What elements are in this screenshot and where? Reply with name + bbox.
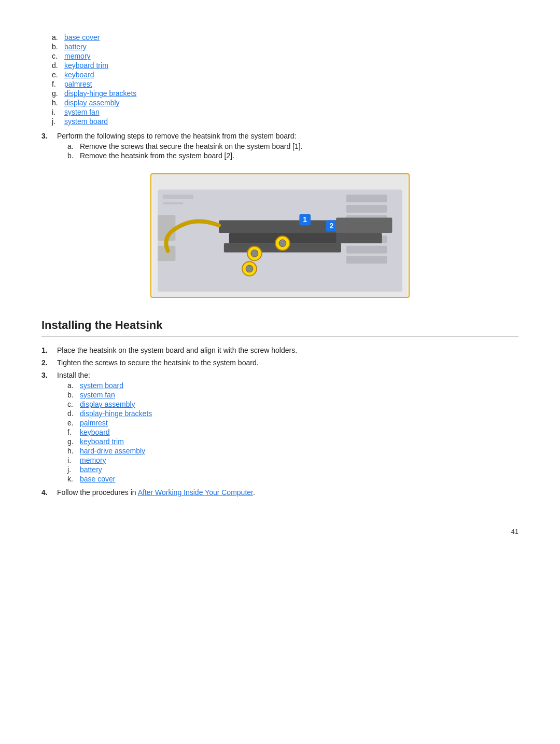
- list-item-g: keyboard trim: [67, 437, 152, 446]
- list-item: keyboard: [52, 71, 519, 79]
- memory-link-install[interactable]: memory: [80, 456, 106, 464]
- install-step3-text: Install the:: [57, 371, 152, 379]
- system-board-link-install[interactable]: system board: [80, 381, 123, 390]
- system-board-link-remove[interactable]: system board: [64, 117, 108, 126]
- svg-rect-28: [336, 233, 382, 243]
- install-step4-text: Follow the procedures in After Working I…: [57, 488, 255, 497]
- list-item: memory: [52, 52, 519, 60]
- step3-sublist: Remove the screws that secure the heatsi…: [57, 142, 303, 160]
- svg-point-17: [251, 250, 258, 257]
- step3-sub-a: Remove the screws that secure the heatsi…: [67, 142, 303, 150]
- palmrest-link-remove[interactable]: palmrest: [64, 80, 92, 88]
- battery-link-install[interactable]: battery: [80, 465, 102, 474]
- list-item-i: memory: [67, 456, 152, 464]
- display-assembly-link-install[interactable]: display assembly: [80, 400, 135, 408]
- step3-number: 3.: [41, 132, 57, 161]
- list-item-j: battery: [67, 465, 152, 474]
- step3-sub-b: Remove the heatsink from the system boar…: [67, 151, 303, 160]
- list-item-k: base cover: [67, 475, 152, 483]
- palmrest-link-install[interactable]: palmrest: [80, 419, 108, 427]
- list-item: base cover: [52, 33, 519, 42]
- step3-content: Perform the following steps to remove th…: [57, 132, 303, 161]
- install-step1-text: Place the heatsink on the system board a…: [57, 346, 297, 354]
- list-item-f: keyboard: [67, 428, 152, 436]
- list-item: battery: [52, 43, 519, 51]
- install-step3-content: Install the: system board system fan dis…: [57, 371, 152, 484]
- system-fan-link-install[interactable]: system fan: [80, 391, 115, 399]
- list-item: keyboard trim: [52, 61, 519, 70]
- page-number: 41: [41, 528, 519, 535]
- keyboard-link-remove[interactable]: keyboard: [64, 71, 94, 79]
- install-step1-number: 1.: [41, 346, 57, 354]
- list-item-d: display-hinge brackets: [67, 409, 152, 418]
- list-item: display assembly: [52, 99, 519, 107]
- install-sublist: system board system fan display assembly…: [57, 381, 152, 483]
- install-step2-text: Tighten the screws to secure the heatsin…: [57, 359, 259, 367]
- svg-text:2: 2: [329, 222, 333, 230]
- list-item-h: hard-drive assembly: [67, 447, 152, 455]
- battery-link-remove[interactable]: battery: [64, 43, 87, 51]
- install-step1: 1. Place the heatsink on the system boar…: [41, 346, 519, 354]
- list-item: system board: [52, 117, 519, 126]
- hard-drive-assembly-link-install[interactable]: hard-drive assembly: [80, 447, 145, 455]
- base-cover-link-remove[interactable]: base cover: [64, 33, 100, 42]
- base-cover-link-install[interactable]: base cover: [80, 475, 115, 483]
- memory-link-remove[interactable]: memory: [64, 52, 91, 60]
- display-assembly-link-remove[interactable]: display assembly: [64, 99, 120, 107]
- svg-point-21: [246, 265, 253, 272]
- list-item-b: system fan: [67, 391, 152, 399]
- install-step3-number: 3.: [41, 371, 57, 484]
- keyboard-trim-link-install[interactable]: keyboard trim: [80, 437, 124, 446]
- svg-rect-10: [346, 256, 387, 264]
- display-hinge-brackets-link-install[interactable]: display-hinge brackets: [80, 409, 152, 418]
- svg-rect-4: [346, 195, 387, 202]
- svg-point-19: [279, 240, 286, 247]
- svg-rect-5: [346, 205, 387, 213]
- list-item: system fan: [52, 108, 519, 116]
- list-item: display-hinge brackets: [52, 89, 519, 98]
- svg-rect-2: [163, 195, 193, 199]
- list-item-c: display assembly: [67, 400, 152, 408]
- install-step2: 2. Tighten the screws to secure the heat…: [41, 359, 519, 367]
- heatsink-svg: 1 2: [151, 174, 409, 297]
- removing-sublist: base cover battery memory keyboard trim …: [41, 33, 519, 126]
- install-step3: 3. Install the: system board system fan …: [41, 371, 519, 484]
- list-item-e: palmrest: [67, 419, 152, 427]
- svg-text:1: 1: [303, 216, 307, 224]
- step3-container: 3. Perform the following steps to remove…: [41, 132, 519, 161]
- keyboard-trim-link-remove[interactable]: keyboard trim: [64, 61, 108, 70]
- svg-rect-27: [336, 218, 392, 233]
- svg-rect-9: [346, 246, 387, 254]
- after-working-link[interactable]: After Working Inside Your Computer: [138, 488, 253, 497]
- system-fan-link-remove[interactable]: system fan: [64, 108, 100, 116]
- heatsink-diagram: 1 2: [150, 173, 410, 298]
- install-step4: 4. Follow the procedures in After Workin…: [41, 488, 519, 497]
- heatsink-diagram-container: 1 2: [41, 173, 519, 298]
- display-hinge-brackets-link-remove[interactable]: display-hinge brackets: [64, 89, 136, 98]
- install-step2-number: 2.: [41, 359, 57, 367]
- step3-text: Perform the following steps to remove th…: [57, 132, 303, 140]
- keyboard-link-install[interactable]: keyboard: [80, 428, 110, 436]
- install-step4-number: 4.: [41, 488, 57, 497]
- svg-rect-3: [163, 202, 183, 204]
- list-item-a: system board: [67, 381, 152, 390]
- section-title: Installing the Heatsink: [41, 319, 519, 337]
- list-item: palmrest: [52, 80, 519, 88]
